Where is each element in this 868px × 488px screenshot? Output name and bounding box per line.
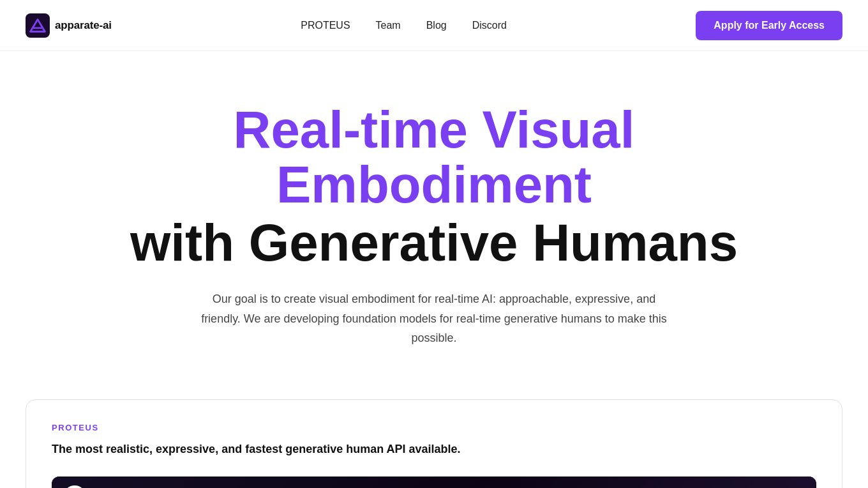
hero-title-line2: with Generative Humans [108, 214, 760, 271]
nav-link-blog[interactable]: Blog [426, 20, 447, 31]
video-mock: Introducing Proteus, Real-Time Expressiv… [52, 477, 816, 488]
logo-text: apparate-ai [55, 19, 112, 32]
logo-icon [26, 13, 50, 38]
hero-section: Real-time Visual Embodiment with Generat… [83, 51, 785, 386]
video-container[interactable]: Introducing Proteus, Real-Time Expressiv… [52, 477, 816, 488]
nav-link-discord[interactable]: Discord [472, 20, 507, 31]
nav-link-team[interactable]: Team [376, 20, 401, 31]
hero-subtitle: Our goal is to create visual embodiment … [191, 289, 677, 348]
proteus-section: PROTEUS The most realistic, expressive, … [26, 399, 842, 488]
nav-link-proteus[interactable]: PROTEUS [301, 20, 350, 31]
hero-title-line1: Real-time Visual Embodiment [108, 102, 760, 211]
yt-channel-icon [63, 485, 86, 488]
proteus-description: The most realistic, expressive, and fast… [52, 443, 816, 456]
logo-link[interactable]: apparate-ai [26, 13, 112, 38]
navbar: apparate-ai PROTEUS Team Blog Discord Ap… [0, 0, 868, 51]
proteus-label: PROTEUS [52, 423, 816, 432]
nav-links: PROTEUS Team Blog Discord [301, 20, 507, 31]
apply-early-access-button[interactable]: Apply for Early Access [696, 11, 842, 40]
svg-rect-0 [26, 13, 50, 38]
hero-title: Real-time Visual Embodiment with Generat… [108, 102, 760, 271]
youtube-logo-area: Introducing Proteus, Real-Time Expressiv… [63, 485, 326, 488]
video-top-bar: Introducing Proteus, Real-Time Expressiv… [52, 477, 816, 488]
